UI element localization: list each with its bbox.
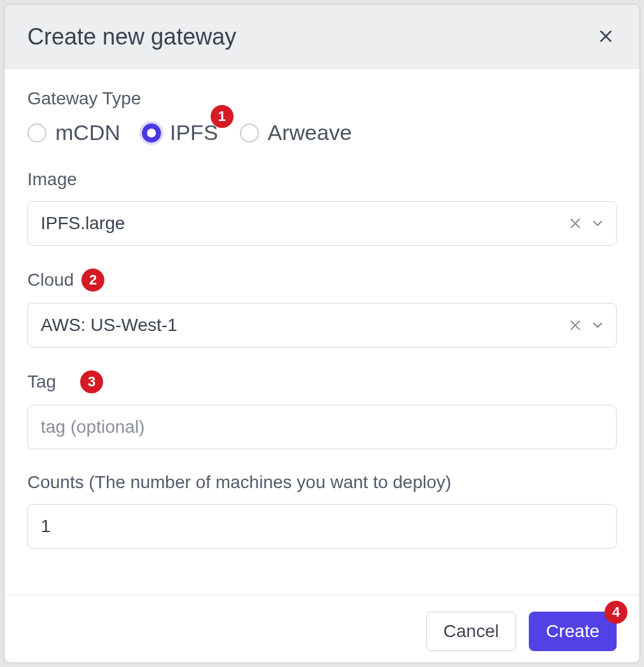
gateway-type-label: Gateway Type [27,88,617,109]
modal-title: Create new gateway [27,24,236,50]
cloud-label-text: Cloud [27,270,74,290]
annotation-badge-3: 3 [80,370,103,393]
cloud-label: Cloud 2 [27,269,617,291]
clear-icon[interactable] [568,318,582,332]
tag-label-text: Tag [27,372,56,392]
select-icons [568,216,605,231]
radio-mcdn[interactable]: mCDN [27,120,120,145]
tag-input[interactable] [27,405,617,449]
select-icons [568,318,605,333]
close-button[interactable] [595,24,617,50]
counts-input[interactable] [27,504,617,549]
radio-arweave-label: Arweave [268,120,352,145]
chevron-down-icon[interactable] [590,216,605,231]
cloud-select[interactable]: AWS: US-West-1 [27,303,617,348]
tag-label: Tag 3 [27,370,617,393]
radio-icon [240,123,259,143]
annotation-badge-4: 4 [605,601,627,624]
image-label: Image [27,169,617,190]
create-button[interactable]: Create 4 [529,612,617,651]
radio-ipfs[interactable]: IPFS 1 [142,120,218,145]
radio-mcdn-label: mCDN [55,120,120,145]
image-select-wrapper: IPFS.large [27,201,617,246]
clear-icon[interactable] [568,216,582,230]
cloud-select-wrapper: AWS: US-West-1 [27,303,617,348]
radio-ipfs-label: IPFS [170,120,218,145]
radio-arweave[interactable]: Arweave [240,120,352,145]
image-select[interactable]: IPFS.large [27,201,617,246]
radio-icon [142,123,161,143]
gateway-type-radio-group: mCDN IPFS 1 Arweave [27,120,617,145]
modal-header: Create new gateway [4,4,640,69]
modal-body: Gateway Type mCDN IPFS 1 Arweave Image I… [4,69,640,594]
annotation-badge-1: 1 [211,105,234,128]
create-button-label: Create [546,621,599,641]
modal-footer: Cancel Create 4 [4,594,640,663]
chevron-down-icon[interactable] [590,318,605,333]
counts-label: Counts (The number of machines you want … [27,472,617,493]
cancel-button[interactable]: Cancel [426,612,516,651]
close-icon [598,28,614,45]
annotation-badge-2: 2 [81,269,104,291]
create-gateway-modal: Create new gateway Gateway Type mCDN IPF… [4,4,640,663]
radio-icon [27,123,46,143]
